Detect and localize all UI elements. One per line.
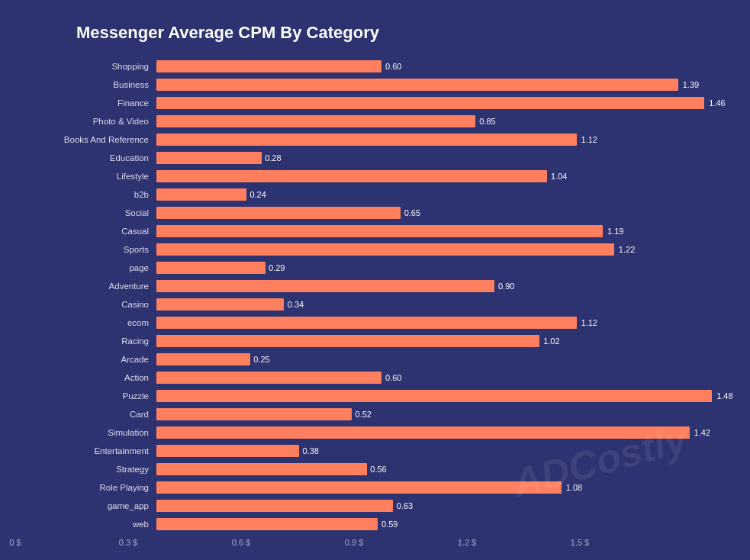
bar-row: Adventure0.90 (15, 278, 719, 294)
bar-row: Photo & Video0.85 (15, 113, 719, 130)
bar-fill (156, 463, 367, 475)
bar-value-label: 0.63 (397, 501, 413, 510)
bar-fill (156, 445, 299, 457)
bar-track: 0.25 (156, 353, 719, 365)
x-axis-tick: 0 $ (9, 538, 21, 547)
bar-label: Business (15, 80, 156, 89)
bar-track: 0.28 (156, 152, 719, 164)
bar-row: ecom1.12 (15, 314, 719, 331)
x-axis-tick: 0.9 $ (345, 538, 363, 547)
bar-label: Entertainment (15, 446, 156, 455)
bar-row: Social0.65 (15, 204, 719, 221)
bar-value-label: 0.60 (385, 62, 401, 71)
bar-value-label: 0.56 (370, 465, 386, 474)
bar-row: Sports1.22 (15, 241, 719, 258)
bar-value-label: 0.59 (381, 520, 398, 529)
bar-value-label: 0.52 (356, 410, 372, 419)
x-axis-tick: 1.5 $ (571, 538, 589, 547)
bar-label: Social (15, 208, 156, 217)
bar-row: b2b0.24 (15, 186, 719, 203)
bar-track: 0.59 (156, 518, 719, 530)
bar-fill (156, 426, 690, 439)
bar-label: Strategy (15, 465, 156, 474)
bar-value-label: 0.29 (269, 263, 285, 272)
bar-label: ecom (15, 318, 156, 327)
bar-label: Simulation (15, 428, 156, 437)
bar-fill (156, 152, 262, 164)
bar-label: game_app (15, 501, 156, 510)
bar-track: 0.52 (156, 408, 719, 420)
bar-value-label: 1.19 (607, 227, 623, 236)
bar-track: 0.85 (156, 115, 719, 127)
bar-fill (156, 353, 250, 365)
bar-label: Finance (15, 98, 156, 108)
bar-fill (156, 134, 577, 146)
bar-row: Entertainment0.38 (15, 443, 719, 459)
bar-row: web0.59 (15, 516, 719, 533)
x-axis-container: 0 $0.3 $0.6 $0.9 $1.2 $1.5 $ (15, 538, 719, 553)
bar-track: 1.42 (156, 426, 719, 439)
bar-track: 0.90 (156, 280, 719, 292)
bar-track: 0.65 (156, 207, 719, 219)
bar-label: Role Playing (15, 483, 156, 492)
bar-row: Action0.60 (15, 369, 719, 386)
bar-track: 0.34 (156, 298, 719, 311)
bar-label: Arcade (15, 355, 156, 364)
bar-value-label: 0.25 (253, 355, 269, 364)
bar-value-label: 1.12 (581, 318, 597, 327)
bar-row: Puzzle1.48 (15, 388, 719, 404)
bar-row: Simulation1.42 (15, 424, 719, 441)
bar-label: Adventure (15, 282, 156, 291)
bar-track: 0.56 (156, 463, 719, 475)
bar-track: 0.24 (156, 188, 719, 201)
x-axis-tick: 1.2 $ (458, 538, 476, 547)
bar-track: 0.60 (156, 372, 719, 384)
bar-row: game_app0.63 (15, 497, 719, 514)
chart-container: Messenger Average CPM By Category Shoppi… (0, 0, 750, 560)
bar-label: b2b (15, 190, 156, 199)
bar-fill (156, 225, 603, 237)
bar-row: Racing1.02 (15, 333, 719, 349)
bar-fill (156, 60, 381, 72)
bar-value-label: 0.65 (404, 208, 420, 217)
x-axis-tick: 0.6 $ (232, 538, 250, 547)
bar-fill (156, 188, 246, 201)
bar-track: 1.08 (156, 481, 719, 494)
bar-fill (156, 170, 547, 182)
bar-value-label: 0.90 (498, 282, 514, 291)
bar-fill (156, 97, 704, 109)
bar-label: Education (15, 153, 156, 163)
bar-row: Business1.39 (15, 76, 719, 93)
bar-track: 1.22 (156, 243, 719, 256)
bar-fill (156, 500, 393, 512)
bar-label: page (15, 263, 156, 272)
bar-fill (156, 390, 712, 402)
bar-fill (156, 481, 562, 494)
bar-row: Card0.52 (15, 406, 719, 423)
bar-row: Role Playing1.08 (15, 479, 719, 496)
bar-value-label: 1.46 (709, 98, 725, 108)
bar-fill (156, 280, 494, 292)
bar-value-label: 1.39 (683, 80, 699, 89)
bar-fill (156, 262, 266, 274)
bar-track: 0.63 (156, 500, 719, 512)
bar-label: Books And Reference (15, 135, 156, 144)
bar-fill (156, 79, 678, 91)
bar-fill (156, 335, 539, 347)
bar-label: Action (15, 373, 156, 382)
bar-track: 0.38 (156, 445, 719, 457)
bar-row: Casual1.19 (15, 223, 719, 240)
bar-fill (156, 317, 577, 329)
bar-track: 1.19 (156, 225, 719, 237)
chart-title: Messenger Average CPM By Category (15, 23, 719, 43)
bar-label: Sports (15, 245, 156, 254)
bar-value-label: 1.42 (694, 428, 710, 437)
bar-label: Lifestyle (15, 172, 156, 181)
bar-fill (156, 207, 401, 219)
bar-track: 1.12 (156, 317, 719, 329)
bar-value-label: 1.48 (716, 391, 732, 401)
bar-value-label: 1.02 (543, 336, 559, 346)
bar-row: Lifestyle1.04 (15, 168, 719, 185)
bar-track: 1.46 (156, 97, 719, 109)
bar-row: Finance1.46 (15, 95, 719, 111)
